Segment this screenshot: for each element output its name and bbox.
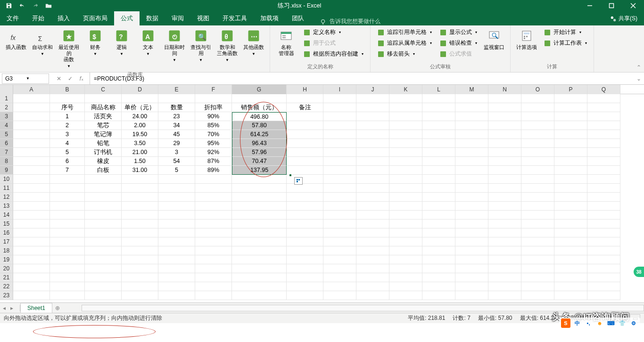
cell-P10[interactable] — [554, 175, 587, 184]
cell-J16[interactable] — [356, 228, 389, 237]
cell-Q9[interactable] — [587, 166, 620, 175]
cell-Q14[interactable] — [587, 211, 620, 220]
cell-G2[interactable]: 销售额（元） — [232, 103, 287, 112]
cell-M17[interactable] — [455, 237, 488, 246]
col-header-K[interactable]: K — [389, 85, 422, 94]
cell-I23[interactable] — [323, 291, 356, 300]
cell-K11[interactable] — [389, 184, 422, 193]
cell-P23[interactable] — [554, 291, 587, 300]
col-header-P[interactable]: P — [554, 85, 587, 94]
cell-G5[interactable]: 614.25 — [232, 130, 287, 139]
cell-L11[interactable] — [422, 184, 455, 193]
tray-icon-1[interactable]: S — [561, 318, 570, 328]
tray-icon-6[interactable]: 👕 — [618, 318, 627, 328]
cell-Q18[interactable] — [587, 246, 620, 255]
cell-B19[interactable] — [50, 255, 85, 264]
row-header-14[interactable]: 14 — [0, 211, 13, 220]
cell-C16[interactable] — [85, 228, 122, 237]
cell-C13[interactable] — [85, 202, 122, 211]
cell-I6[interactable] — [323, 139, 356, 148]
cell-N4[interactable] — [488, 121, 521, 130]
cell-F3[interactable]: 90% — [195, 112, 232, 121]
cell-E9[interactable]: 5 — [158, 166, 195, 175]
cell-B3[interactable]: 1 — [50, 112, 85, 121]
tray-icon-7[interactable]: ⚙ — [629, 318, 638, 328]
tray-icon-2[interactable]: 中 — [572, 318, 582, 328]
fn-fx-button[interactable]: fx插入函数 — [3, 26, 29, 52]
cell-Q22[interactable] — [587, 282, 620, 291]
cell-Q1[interactable] — [587, 94, 620, 103]
cell-G19[interactable] — [232, 255, 287, 264]
cell-L21[interactable] — [422, 273, 455, 282]
cell-A7[interactable] — [13, 148, 50, 157]
cell-I15[interactable] — [323, 220, 356, 228]
cell-H13[interactable] — [287, 202, 323, 211]
cell-D8[interactable]: 1.50 — [122, 157, 158, 166]
cell-N22[interactable] — [488, 282, 521, 291]
cell-A13[interactable] — [13, 202, 50, 211]
cell-E23[interactable] — [158, 291, 195, 300]
feed-badge[interactable]: 38 — [634, 267, 644, 277]
cell-K20[interactable] — [389, 264, 422, 273]
cell-D22[interactable] — [122, 282, 158, 291]
cell-Q11[interactable] — [587, 184, 620, 193]
cell-J6[interactable] — [356, 139, 389, 148]
cell-Q2[interactable] — [587, 103, 620, 112]
cell-J4[interactable] — [356, 121, 389, 130]
cell-G20[interactable] — [232, 264, 287, 273]
cell-B23[interactable] — [50, 291, 85, 300]
cell-K2[interactable] — [389, 103, 422, 112]
cell-M20[interactable] — [455, 264, 488, 273]
cell-L2[interactable] — [422, 103, 455, 112]
row-header-17[interactable]: 17 — [0, 237, 13, 246]
cell-M18[interactable] — [455, 246, 488, 255]
cell-F5[interactable]: 70% — [195, 130, 232, 139]
cell-J10[interactable] — [356, 175, 389, 184]
cell-C15[interactable] — [85, 220, 122, 228]
cell-K12[interactable] — [389, 193, 422, 202]
cell-O17[interactable] — [521, 237, 554, 246]
close-button[interactable] — [622, 0, 644, 11]
cell-I14[interactable] — [323, 211, 356, 220]
row-header-8[interactable]: 8 — [0, 157, 13, 166]
ribbon-tab-3[interactable]: 页面布局 — [76, 11, 114, 25]
cell-O21[interactable] — [521, 273, 554, 282]
cell-L12[interactable] — [422, 193, 455, 202]
cell-P14[interactable] — [554, 211, 587, 220]
cell-K10[interactable] — [389, 175, 422, 184]
sheet-tab-active[interactable]: Sheet1 — [20, 303, 52, 313]
cell-B18[interactable] — [50, 246, 85, 255]
cell-J18[interactable] — [356, 246, 389, 255]
cell-D9[interactable]: 31.00 — [122, 166, 158, 175]
cell-O6[interactable] — [521, 139, 554, 148]
tell-me-search[interactable]: 告诉我您想要做什么 — [320, 17, 380, 25]
cell-K19[interactable] — [389, 255, 422, 264]
col-header-A[interactable]: A — [13, 85, 50, 94]
minimize-button[interactable] — [579, 0, 601, 11]
cell-K21[interactable] — [389, 273, 422, 282]
cell-M15[interactable] — [455, 220, 488, 228]
cell-E21[interactable] — [158, 273, 195, 282]
cell-P7[interactable] — [554, 148, 587, 157]
cell-P1[interactable] — [554, 94, 587, 103]
cell-G6[interactable]: 96.43 — [232, 139, 287, 148]
cell-H2[interactable]: 备注 — [287, 103, 323, 112]
cell-G1[interactable] — [232, 94, 287, 103]
cell-J8[interactable] — [356, 157, 389, 166]
sm-g3s1-0[interactable]: 追踪引用单元格 ▾ — [375, 27, 434, 37]
cell-L9[interactable] — [422, 166, 455, 175]
cell-D6[interactable]: 3.50 — [122, 139, 158, 148]
cell-D1[interactable] — [122, 94, 158, 103]
cell-P20[interactable] — [554, 264, 587, 273]
cell-H10[interactable] — [287, 175, 323, 184]
cell-K4[interactable] — [389, 121, 422, 130]
cell-A18[interactable] — [13, 246, 50, 255]
undo-icon[interactable] — [17, 1, 27, 10]
fn-date-button[interactable]: ⏲日期和时间▼ — [161, 26, 188, 65]
cell-I8[interactable] — [323, 157, 356, 166]
collapse-ribbon-icon[interactable]: ⌃ — [636, 64, 641, 71]
cell-D23[interactable] — [122, 291, 158, 300]
cell-A10[interactable] — [13, 175, 50, 184]
col-header-C[interactable]: C — [85, 85, 122, 94]
cell-D3[interactable]: 24.00 — [122, 112, 158, 121]
